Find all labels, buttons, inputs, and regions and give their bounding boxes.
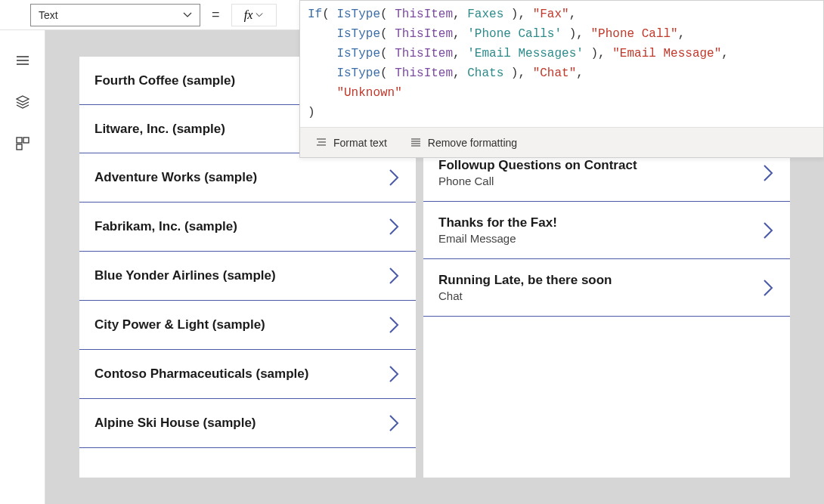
formula-toolbar: Format text Remove formatting: [300, 127, 823, 157]
list-item[interactable]: Running Late, be there soonChat: [423, 259, 790, 317]
remove-formatting-button[interactable]: Remove formatting: [410, 137, 517, 149]
list-item-content: Thanks for the Fax!Email Message: [438, 215, 761, 245]
list-item-sub: Chat: [438, 289, 761, 302]
left-sidebar: [0, 30, 45, 504]
hamburger-icon[interactable]: [15, 53, 30, 68]
chevron-right-icon: [387, 265, 401, 286]
list-item-title: Contoso Pharmaceuticals (sample): [94, 366, 387, 382]
svg-rect-2: [17, 144, 22, 150]
list-item[interactable]: Fabrikam, Inc. (sample): [79, 203, 416, 252]
chevron-right-icon: [761, 162, 775, 184]
components-icon[interactable]: [15, 136, 30, 151]
chevron-right-icon: [387, 167, 401, 188]
list-item[interactable]: City Power & Light (sample): [79, 301, 416, 350]
format-text-label: Format text: [333, 137, 387, 149]
svg-rect-0: [17, 138, 22, 143]
fx-label: fx: [244, 8, 253, 22]
chevron-down-icon: [183, 11, 192, 20]
list-item-title: Alpine Ski House (sample): [94, 416, 387, 431]
list-item-title: Fabrikam, Inc. (sample): [94, 219, 387, 234]
list-item-title: Blue Yonder Airlines (sample): [94, 268, 387, 283]
list-item-title: Running Late, be there soon: [438, 273, 761, 288]
list-item-title: Thanks for the Fax!: [438, 215, 761, 230]
chevron-right-icon: [387, 216, 401, 237]
list-item[interactable]: Adventure Works (sample): [79, 153, 416, 203]
chevron-right-icon: [761, 277, 775, 298]
list-item-content: Contoso Pharmaceuticals (sample): [94, 366, 387, 382]
property-dropdown-value: Text: [39, 9, 58, 21]
list-item-content: Fabrikam, Inc. (sample): [94, 219, 387, 234]
fx-button[interactable]: fx: [231, 4, 277, 26]
list-item-title: Adventure Works (sample): [94, 170, 387, 185]
remove-formatting-label: Remove formatting: [428, 137, 517, 149]
chevron-right-icon: [387, 413, 401, 434]
formula-editor[interactable]: If( IsType( ThisItem, Faxes ), "Fax", Is…: [299, 0, 824, 158]
list-item-content: City Power & Light (sample): [94, 317, 387, 332]
list-item-content: Alpine Ski House (sample): [94, 416, 387, 431]
list-item-title: City Power & Light (sample): [94, 317, 387, 332]
chevron-right-icon: [387, 314, 401, 335]
list-item-title: Followup Questions on Contract: [438, 158, 761, 173]
list-item-sub: Phone Call: [438, 175, 761, 187]
list-item-content: Adventure Works (sample): [94, 170, 387, 185]
property-dropdown[interactable]: Text: [30, 4, 200, 26]
list-item-content: Blue Yonder Airlines (sample): [94, 268, 387, 283]
list-item-sub: Email Message: [438, 232, 761, 245]
list-item[interactable]: Alpine Ski House (sample): [79, 399, 416, 448]
list-item-content: Running Late, be there soonChat: [438, 273, 761, 302]
remove-formatting-icon: [410, 137, 422, 149]
chevron-right-icon: [761, 220, 775, 241]
chevron-down-icon: [256, 11, 263, 19]
list-item-content: Followup Questions on ContractPhone Call: [438, 158, 761, 187]
format-text-button[interactable]: Format text: [315, 137, 387, 149]
chevron-right-icon: [387, 363, 401, 385]
layers-icon[interactable]: [15, 94, 30, 110]
formula-text[interactable]: If( IsType( ThisItem, Faxes ), "Fax", Is…: [300, 1, 823, 127]
list-item[interactable]: Thanks for the Fax!Email Message: [423, 202, 790, 259]
svg-rect-1: [23, 138, 29, 143]
equals-sign: =: [212, 7, 220, 23]
list-item[interactable]: Blue Yonder Airlines (sample): [79, 252, 416, 301]
format-text-icon: [315, 137, 327, 149]
list-item[interactable]: Contoso Pharmaceuticals (sample): [79, 350, 416, 399]
